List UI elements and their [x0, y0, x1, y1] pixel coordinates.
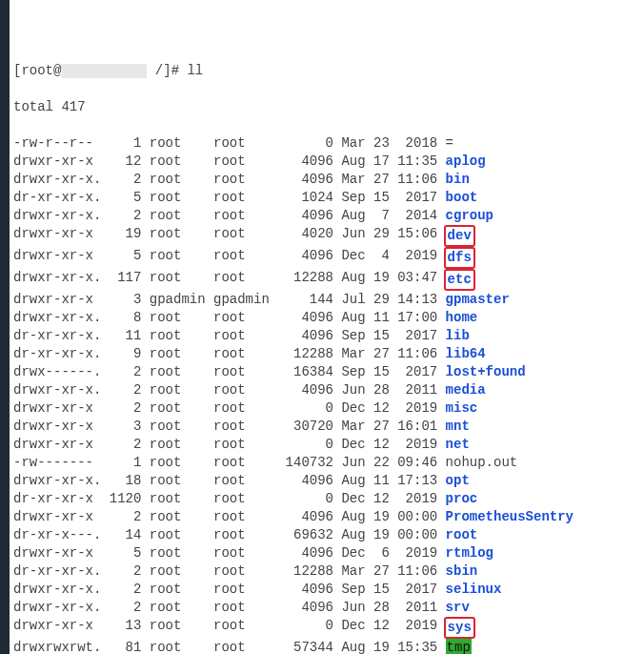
- file-row: drwx------.2 rootroot16384 Sep152017 los…: [13, 363, 636, 381]
- perm: dr-xr-x---.: [13, 526, 101, 544]
- size: 4096: [277, 544, 333, 562]
- month: Mar: [341, 418, 365, 436]
- owner: root: [150, 225, 213, 247]
- file-name: aplog: [446, 153, 486, 171]
- file-name: lost+found: [446, 363, 526, 381]
- time: 17:13: [390, 472, 437, 490]
- month: Sep: [341, 189, 365, 207]
- group: gpadmin: [213, 291, 277, 309]
- day: 12: [366, 399, 390, 418]
- file-row: dr-xr-xr-x.11 rootroot4096 Sep152017 lib: [13, 327, 636, 345]
- perm: drwxr-xr-x.: [13, 269, 101, 291]
- size: 57344: [277, 639, 333, 654]
- day: 4: [366, 247, 390, 269]
- day: 19: [366, 639, 390, 654]
- file-name: root: [446, 526, 478, 544]
- links: 13: [101, 617, 141, 639]
- month: Jun: [341, 225, 365, 247]
- month: Mar: [341, 345, 365, 363]
- owner: root: [150, 247, 213, 269]
- command-ll: ll: [187, 63, 203, 78]
- time: 2011: [390, 381, 437, 399]
- file-name: bin: [446, 171, 470, 189]
- time: 2019: [390, 399, 437, 418]
- month: Jun: [341, 454, 365, 472]
- size: 4096: [277, 153, 333, 171]
- size: 0: [277, 490, 333, 508]
- perm: drwxrwxrwt.: [13, 639, 101, 654]
- size: 4096: [277, 327, 333, 345]
- day: 19: [366, 508, 390, 526]
- file-row: drwxr-xr-x.2 rootroot4096 Mar2711:06 bin: [13, 171, 636, 189]
- file-name: nohup.out: [446, 454, 518, 472]
- time: 00:00: [390, 508, 437, 526]
- time: 2019: [390, 544, 437, 562]
- links: 2: [101, 599, 141, 617]
- file-row: drwxr-xr-x.2 rootroot4096 Jun282011 srv: [13, 599, 636, 617]
- total-line: total 417: [13, 98, 636, 116]
- day: 27: [366, 562, 390, 581]
- links: 18: [101, 472, 141, 490]
- month: Aug: [341, 309, 365, 327]
- day: 15: [366, 189, 390, 207]
- size: 4096: [277, 247, 333, 269]
- perm: drwxr-xr-x: [13, 291, 101, 309]
- perm: drwxr-xr-x.: [13, 171, 101, 189]
- group: root: [213, 562, 277, 581]
- month: Aug: [341, 207, 365, 225]
- file-name: etc: [444, 269, 475, 291]
- group: root: [213, 617, 277, 639]
- day: 23: [366, 134, 390, 153]
- month: Aug: [341, 472, 365, 490]
- links: 3: [101, 418, 141, 436]
- size: 12288: [277, 562, 333, 581]
- perm: dr-xr-xr-x.: [13, 189, 101, 207]
- links: 2: [101, 207, 141, 225]
- perm: drwx------.: [13, 363, 101, 381]
- file-name: home: [446, 309, 478, 327]
- links: 2: [101, 363, 141, 381]
- day: 6: [366, 544, 390, 562]
- time: 2017: [390, 327, 437, 345]
- month: Mar: [341, 562, 365, 581]
- file-name: lib64: [446, 345, 486, 363]
- file-name: srv: [446, 599, 470, 617]
- links: 2: [101, 399, 141, 418]
- time: 15:06: [390, 225, 437, 247]
- time: 2019: [390, 247, 437, 269]
- perm: drwxr-xr-x.: [13, 581, 101, 599]
- day: 12: [366, 617, 390, 639]
- prompt-prefix: [root@: [13, 63, 61, 78]
- day: 19: [366, 269, 390, 291]
- perm: dr-xr-xr-x: [13, 490, 101, 508]
- file-row: drwxr-xr-x.2 rootroot4096 Aug72014 cgrou…: [13, 207, 636, 225]
- file-name: lib: [446, 327, 470, 345]
- file-row: drwxr-xr-x5 rootroot4096 Dec42019 dfs: [13, 247, 636, 269]
- owner: root: [150, 490, 213, 508]
- group: root: [213, 381, 277, 399]
- perm: drwxr-xr-x: [13, 247, 101, 269]
- group: root: [213, 309, 277, 327]
- perm: drwxr-xr-x: [13, 436, 101, 454]
- file-name: rtmlog: [446, 544, 493, 562]
- file-row: -rw-r--r--1 rootroot0 Mar232018 =: [13, 134, 636, 153]
- month: Aug: [341, 526, 365, 544]
- file-row: drwxr-xr-x.2 rootroot4096 Sep152017 seli…: [13, 581, 636, 599]
- day: 15: [366, 363, 390, 381]
- month: Dec: [341, 617, 365, 639]
- file-name: media: [446, 381, 486, 399]
- owner: root: [150, 617, 213, 639]
- time: 11:06: [390, 345, 437, 363]
- file-row: drwxr-xr-x.8 rootroot4096 Aug1117:00 hom…: [13, 309, 636, 327]
- group: root: [213, 399, 277, 418]
- terminal-scrollbar[interactable]: [0, 0, 10, 654]
- month: Dec: [341, 436, 365, 454]
- links: 14: [101, 526, 141, 544]
- file-row: dr-xr-x---.14 rootroot69632 Aug1900:00 r…: [13, 526, 636, 544]
- time: 09:46: [390, 454, 437, 472]
- group: root: [213, 436, 277, 454]
- owner: root: [150, 171, 213, 189]
- time: 2014: [390, 207, 437, 225]
- file-name: sys: [444, 617, 475, 639]
- day: 7: [366, 207, 390, 225]
